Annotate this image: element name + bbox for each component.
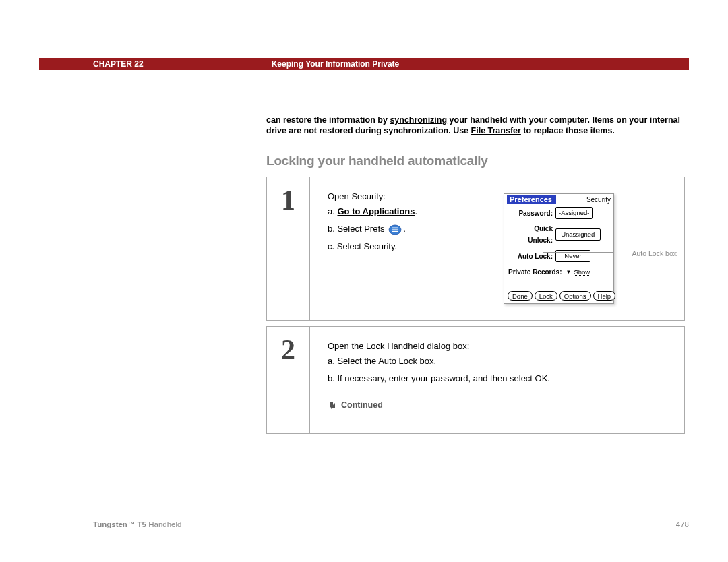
palm-options-button[interactable]: Options bbox=[559, 291, 591, 301]
intro-part1: can restore the information by bbox=[266, 115, 390, 125]
step-1-title: Open Security: bbox=[328, 189, 668, 204]
palm-done-button[interactable]: Done bbox=[508, 291, 533, 301]
step-1b-suffix: . bbox=[403, 224, 406, 234]
continued-indicator: Continued bbox=[328, 398, 383, 412]
page-number: 478 bbox=[676, 520, 689, 528]
step-1b-prefix: b. Select Prefs bbox=[328, 224, 387, 234]
intro-part3: to replace those items. bbox=[521, 126, 615, 135]
synchronizing-link[interactable]: synchronizing bbox=[390, 115, 447, 125]
palm-preferences-screenshot: Preferences Security Password: -Assigned… bbox=[504, 193, 614, 304]
continued-arrow-icon bbox=[328, 401, 337, 410]
prefs-icon bbox=[388, 224, 402, 235]
step-1-number: 1 bbox=[281, 184, 295, 320]
product-name-bold: Tungsten™ T5 bbox=[93, 520, 146, 528]
dropdown-caret-icon: ▼ bbox=[566, 268, 571, 277]
palm-quickunlock-row: Quick Unlock: -Unassigned- bbox=[504, 221, 613, 248]
palm-lock-button[interactable]: Lock bbox=[535, 291, 557, 301]
step-1c: c. Select Security. bbox=[328, 239, 668, 254]
palm-help-button[interactable]: Help bbox=[593, 291, 616, 301]
palm-quickunlock-label: Quick Unlock: bbox=[508, 223, 555, 246]
palm-quickunlock-value[interactable]: -Unassigned- bbox=[555, 228, 601, 241]
palm-title-right: Security bbox=[586, 194, 611, 206]
step-2-body: Open the Lock Handheld dialog box: a. Se… bbox=[310, 327, 684, 433]
step-1-box: 1 Open Security: a. Go to Applications. … bbox=[266, 177, 685, 321]
step-1a-prefix: a. bbox=[328, 206, 337, 216]
step-1a-suffix: . bbox=[415, 206, 418, 216]
step-1-body: Open Security: a. Go to Applications. b.… bbox=[310, 177, 684, 320]
step-2a: a. Select the Auto Lock box. bbox=[328, 354, 668, 369]
palm-titlebar: Preferences Security bbox=[504, 194, 613, 205]
palm-password-label: Password: bbox=[508, 208, 555, 219]
chapter-title: Keeping Your Information Private bbox=[272, 59, 400, 69]
page-footer: Tungsten™ T5 Handheld 478 bbox=[39, 516, 689, 528]
step-2-number-column: 2 bbox=[267, 327, 310, 433]
step-2b: b. If necessary, enter your password, an… bbox=[328, 371, 668, 386]
chapter-bar: CHAPTER 22 Keeping Your Information Priv… bbox=[39, 58, 689, 70]
palm-title-left: Preferences bbox=[507, 195, 556, 204]
product-name-rest: Handheld bbox=[146, 520, 181, 528]
step-1-number-column: 1 bbox=[267, 177, 310, 320]
palm-private-value[interactable]: Show bbox=[572, 267, 591, 278]
palm-password-row: Password: -Assigned- bbox=[504, 205, 613, 221]
palm-private-label: Private Records: bbox=[508, 266, 564, 278]
continued-label: Continued bbox=[341, 398, 383, 412]
palm-bottom-buttons: Done Lock Options Help bbox=[504, 291, 613, 301]
section-heading: Locking your handheld automatically bbox=[266, 154, 488, 168]
step-2-number: 2 bbox=[281, 334, 295, 433]
chapter-number-label: CHAPTER 22 bbox=[93, 59, 144, 69]
callout-line bbox=[543, 252, 613, 253]
go-to-applications-link[interactable]: Go to Applications bbox=[337, 206, 415, 216]
palm-password-value[interactable]: -Assigned- bbox=[555, 207, 593, 219]
step-2-box: 2 Open the Lock Handheld dialog box: a. … bbox=[266, 326, 685, 434]
palm-autolock-row: Auto Lock: Never bbox=[504, 248, 613, 264]
autolock-callout-label: Auto Lock box bbox=[632, 248, 677, 260]
palm-private-row: Private Records: ▼ Show bbox=[504, 264, 613, 280]
step-2-title: Open the Lock Handheld dialog box: bbox=[328, 339, 668, 354]
intro-paragraph: can restore the information by synchroni… bbox=[266, 115, 685, 137]
product-name: Tungsten™ T5 Handheld bbox=[93, 520, 181, 528]
file-transfer-link[interactable]: File Transfer bbox=[471, 126, 521, 135]
